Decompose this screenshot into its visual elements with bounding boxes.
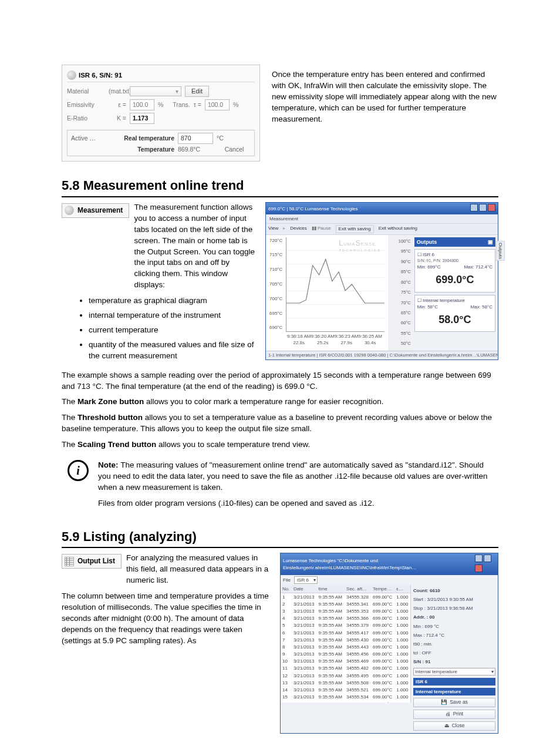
output-big-2: 58.0°C <box>417 310 492 330</box>
panel-title: ISR 6, S/N: 91 <box>79 70 122 80</box>
outputs-pin-icon[interactable]: ▣ <box>488 238 493 246</box>
chart-menu[interactable]: Measurement <box>266 214 498 224</box>
section-5-8-heading: 5.8 Measurement online trend <box>62 177 498 197</box>
print-icon: 🖨 <box>446 711 451 718</box>
list-file-menu[interactable]: File <box>283 577 291 583</box>
side-dev-hdr: ISR 6 <box>413 678 495 685</box>
count-label: Count: 6610 <box>413 587 495 594</box>
measurement-badge: Measurement <box>62 203 129 218</box>
table-row[interactable]: 103/21/20139:35:55 AM34555.469699.00°C1.… <box>281 658 410 665</box>
output-list-badge: Output List <box>62 554 122 569</box>
pct1: % <box>158 100 163 109</box>
tool-pause[interactable]: Pause <box>318 226 331 231</box>
tool-exit-save[interactable]: Exit with saving <box>336 225 374 233</box>
output-card-1: ☐ ISR 6 S/N: 91, P/N: 3904800 Min: 699°C… <box>414 249 495 292</box>
edit-button[interactable]: Edit <box>185 86 209 97</box>
close-icon: ⏏ <box>444 723 450 730</box>
table-row[interactable]: 43/21/20139:35:55 AM34555.366699.00°C1.0… <box>281 615 410 622</box>
emissivity-label: Emissivity <box>67 100 105 109</box>
table-row[interactable]: 83/21/20139:35:55 AM34555.443699.00°C1.0… <box>281 643 410 650</box>
s58-lead: The measurement function allows you to a… <box>134 202 257 291</box>
print-button[interactable]: 🖨Print <box>413 710 495 719</box>
eps-eq: ε = <box>109 100 126 109</box>
table-row[interactable]: 133/21/20139:35:55 AM34555.508699.00°C1.… <box>281 679 410 686</box>
active-block: Active … Real temperature 870 °C Tempera… <box>67 130 255 156</box>
table-row[interactable]: 93/21/20139:35:55 AM34555.456699.00°C1.0… <box>281 651 410 658</box>
material-combo[interactable]: ▾ <box>130 86 181 96</box>
output-card-2: ☐ Internal temperature Min: 58°CMax: 58°… <box>414 295 495 332</box>
table-row[interactable]: 153/21/20139:35:55 AM34555.534699.00°C1.… <box>281 694 410 701</box>
tool-exit-nosave[interactable]: Exit without saving <box>379 225 417 233</box>
cancel-button[interactable]: Cancel <box>217 145 252 154</box>
s59-lead: For analyzing the measured values in thi… <box>126 553 271 586</box>
listing-table: No.DatetimeSec. aft…Tempe…ε… 13/21/20139… <box>281 585 410 703</box>
table-row[interactable]: 113/21/20139:35:55 AM34555.482699.00°C1.… <box>281 665 410 672</box>
output-big-1: 699.0°C <box>417 270 492 290</box>
real-temp-label: Real temperature <box>110 134 174 143</box>
table-row[interactable]: 63/21/20139:35:55 AM34555.417699.00°C1.0… <box>281 629 410 636</box>
outputs-tab-label[interactable]: Outputs <box>496 241 505 261</box>
table-row[interactable]: 13/21/20139:35:55 AM34555.328699.00°C1.0… <box>281 593 410 601</box>
save-as-button[interactable]: 💾Save as <box>413 698 495 707</box>
note-line2: Files from older program versions (.i10-… <box>98 498 498 509</box>
temperature-label: Temperature <box>110 145 174 154</box>
table-row[interactable]: 33/21/20139:35:55 AM34555.353699.00°C1.0… <box>281 607 410 614</box>
device-select[interactable]: ISR 6▾ <box>294 576 318 584</box>
chart-statusbar: 1-1 Internal temperature | ISR 6/CO2/0.0… <box>266 351 498 360</box>
s58-threshold: The Threshold button allows you to set a… <box>62 412 498 435</box>
s58-example: The example shows a sample reading over … <box>62 370 498 392</box>
outputs-header: Outputs <box>417 238 437 246</box>
material-label: Material <box>67 87 105 96</box>
side-combo[interactable]: Internal temperature▾ <box>413 668 495 676</box>
isr6-panel: ISR 6, S/N: 91 Material (mat.txt) ▾ Edit… <box>62 65 260 162</box>
tool-view[interactable]: View <box>268 225 278 233</box>
section-5-9-heading: 5.9 Listing (analyzing) <box>62 528 498 549</box>
close-button[interactable]: ⏏Close <box>413 721 495 731</box>
listing-side-panel: Count: 6610 Start : 3/21/2013 9:30:55 AM… <box>411 585 498 733</box>
listing-screenshot: Lumasense Technologies "C:\Dokumente und… <box>280 553 498 733</box>
eratio-label: E-Ratio <box>67 114 105 123</box>
trans-label: Trans. <box>173 100 190 109</box>
temperature-value: 869.8°C <box>178 145 213 154</box>
list-icon <box>65 557 74 566</box>
tool-devices[interactable]: Devices <box>290 225 306 233</box>
save-icon: 💾 <box>441 699 447 706</box>
side-int-hdr: Internal temperature <box>413 688 495 695</box>
tau-value[interactable]: 100.0 <box>205 99 230 110</box>
s58-scaling: The Scaling Trend button allows you to s… <box>62 439 498 451</box>
active-label: Active … <box>71 134 106 143</box>
tau-eq: τ = <box>194 100 201 109</box>
table-row[interactable]: 123/21/20139:35:55 AM34555.495699.00°C1.… <box>281 672 410 679</box>
measurement-screenshot: 699.0°C | 58.0°C Lumasense Technologies … <box>265 202 498 360</box>
device-icon <box>67 70 76 80</box>
intro-paragraph: Once the temperature entry has been ente… <box>272 69 498 125</box>
real-temp-input[interactable]: 870 <box>178 133 213 144</box>
chart-window-title: 699.0°C | 58.0°C Lumasense Technologies <box>268 206 357 212</box>
info-icon: i <box>68 460 89 481</box>
pct2: % <box>233 100 238 109</box>
table-row[interactable]: 163/21/20139:35:55 AM34555.547699.00°C1.… <box>281 701 410 703</box>
table-row[interactable]: 23/21/20139:35:55 AM34555.341699.00°C1.0… <box>281 600 410 607</box>
s58-mark: The Mark Zone button allows you to color… <box>62 396 498 408</box>
real-temp-unit: °C <box>217 134 252 143</box>
trend-plot: LumaSense TECHNOLOGIES <box>286 237 384 332</box>
material-file: (mat.txt) <box>109 87 126 96</box>
chart-toolbar: View ▸ Devices ▮▮ Pause Exit with saving… <box>266 224 498 234</box>
table-row[interactable]: 143/21/20139:35:55 AM34555.521699.00°C1.… <box>281 687 410 694</box>
k-value[interactable]: 1.173 <box>130 113 154 124</box>
eps-value[interactable]: 100.0 <box>130 99 154 110</box>
list-window-buttons[interactable] <box>474 555 495 573</box>
k-eq: K = <box>109 114 126 123</box>
window-buttons[interactable] <box>469 204 495 213</box>
note-block: i Note: The measuring values of "measure… <box>62 455 498 519</box>
measurement-icon <box>65 206 74 215</box>
table-row[interactable]: 53/21/20139:35:55 AM34555.379699.00°C1.0… <box>281 622 410 629</box>
table-row[interactable]: 73/21/20139:35:55 AM34555.430699.00°C1.0… <box>281 636 410 643</box>
list-window-title: Lumasense Technologies "C:\Dokumente und… <box>283 557 474 570</box>
